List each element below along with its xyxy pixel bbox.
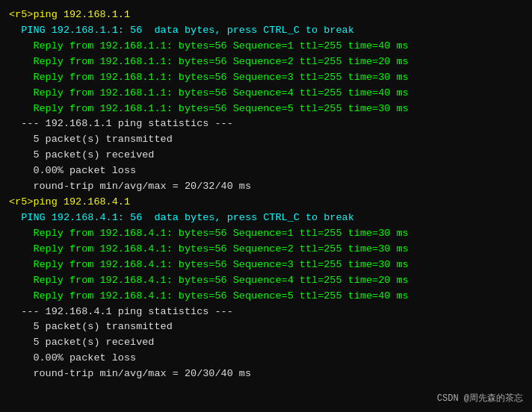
terminal-line: round-trip min/avg/max = 20/30/40 ms	[9, 366, 523, 382]
terminal-line: Reply from 192.168.1.1: bytes=56 Sequenc…	[9, 102, 523, 117]
terminal-line: Reply from 192.168.4.1: bytes=56 Sequenc…	[9, 226, 523, 242]
terminal-line: 5 packet(s) received	[9, 335, 523, 351]
terminal-line: Reply from 192.168.1.1: bytes=56 Sequenc…	[9, 39, 523, 54]
terminal-line: Reply from 192.168.1.1: bytes=56 Sequenc…	[9, 54, 523, 70]
terminal-line: 5 packet(s) transmitted	[9, 319, 523, 335]
terminal-line: PING 192.168.1.1: 56 data bytes, press C…	[9, 23, 523, 39]
terminal-line: Reply from 192.168.1.1: bytes=56 Sequenc…	[9, 86, 523, 102]
terminal-line: 5 packet(s) received	[9, 148, 523, 163]
terminal-line: 0.00% packet loss	[9, 163, 523, 179]
terminal-window: <r5>ping 192.168.1.1 PING 192.168.1.1: 5…	[0, 0, 532, 412]
terminal-line: round-trip min/avg/max = 20/32/40 ms	[9, 179, 523, 195]
terminal-line: PING 192.168.4.1: 56 data bytes, press C…	[9, 210, 523, 226]
terminal-line: Reply from 192.168.4.1: bytes=56 Sequenc…	[9, 273, 523, 289]
terminal-line: Reply from 192.168.4.1: bytes=56 Sequenc…	[9, 258, 523, 273]
terminal-line: Reply from 192.168.1.1: bytes=56 Sequenc…	[9, 70, 523, 86]
terminal-line: Reply from 192.168.4.1: bytes=56 Sequenc…	[9, 289, 523, 305]
terminal-line: Reply from 192.168.4.1: bytes=56 Sequenc…	[9, 242, 523, 258]
terminal-line: <r5>ping 192.168.1.1	[9, 7, 523, 23]
terminal-line: --- 192.168.4.1 ping statistics ---	[9, 305, 523, 320]
terminal-line: 5 packet(s) transmitted	[9, 132, 523, 148]
watermark: CSDN @周先森的茶忘	[437, 392, 523, 405]
terminal-line: --- 192.168.1.1 ping statistics ---	[9, 116, 523, 132]
terminal-line: 0.00% packet loss	[9, 351, 523, 366]
terminal-line: <r5>ping 192.168.4.1	[9, 195, 523, 210]
